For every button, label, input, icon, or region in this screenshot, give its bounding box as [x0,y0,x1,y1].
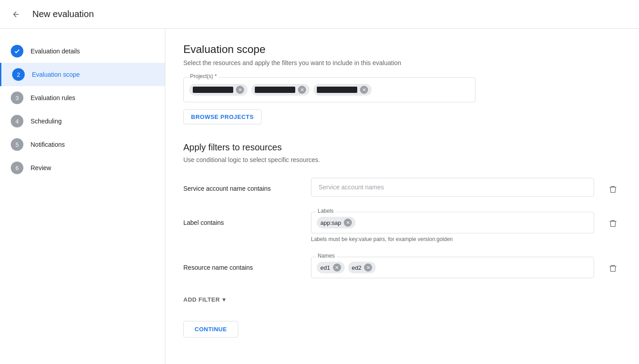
step-label-5: Notifications [31,141,65,148]
delete-filter-label-button[interactable] [605,215,621,232]
labels-field-label: Labels [316,208,335,214]
projects-field-label: Project(s) * [188,73,218,79]
step-circle-3: 3 [11,92,23,104]
filter-row-service-account: Service account name contains [183,178,621,197]
filter-input-area-label: Labels app:sap ✕ Labels must be key:valu… [311,212,594,242]
name-chip-ed1-remove[interactable]: ✕ [333,263,341,272]
sidebar-item-notifications[interactable]: 5 Notifications [0,133,165,156]
sidebar: Evaluation details 2 Evaluation scope 3 … [0,29,165,364]
scope-title: Evaluation scope [183,43,621,56]
step-label-2: Evaluation scope [32,71,80,78]
sidebar-item-review[interactable]: 6 Review [0,156,165,180]
filter-row-resource-name: Resource name contains Names ed1 ✕ ed2 ✕ [183,257,621,278]
app-header: New evaluation [0,0,639,29]
project-chip-1: ✕ [189,84,248,96]
name-chip-ed2: ed2 ✕ [348,262,376,273]
sidebar-item-evaluation-rules[interactable]: 3 Evaluation rules [0,86,165,110]
step-circle-2: 2 [12,68,25,81]
project-chip-1-value [193,87,233,93]
sidebar-item-evaluation-scope[interactable]: 2 Evaluation scope [0,63,165,86]
step-circle-6: 6 [11,162,23,174]
labels-field-hint: Labels must be key:value pairs, for exam… [311,236,594,242]
back-button[interactable] [7,5,25,23]
step-label-3: Evaluation rules [31,94,75,101]
name-chip-ed2-text: ed2 [352,264,362,271]
filter-label-resource-name: Resource name contains [183,257,300,271]
label-chip-app-sap: app:sap ✕ [317,217,355,228]
step-label-1: Evaluation details [31,48,80,55]
scope-subtitle: Select the resources and apply the filte… [183,59,621,66]
delete-filter-resource-name-button[interactable] [605,260,621,276]
filters-title: Apply filters to resources [183,142,621,153]
filter-label-service-account: Service account name contains [183,178,300,192]
browse-projects-button[interactable]: BROWSE PROJECTS [183,110,262,124]
project-chip-3-remove[interactable]: ✕ [360,86,368,94]
project-chip-2-remove[interactable]: ✕ [298,86,306,94]
delete-filter-service-account-button[interactable] [605,181,621,197]
add-filter-button[interactable]: ADD FILTER ▾ [183,293,226,307]
step-label-6: Review [31,164,51,171]
projects-field[interactable]: Project(s) * ✕ ✕ ✕ [183,77,475,102]
name-chip-ed1-text: ed1 [320,264,330,271]
service-account-names-input[interactable] [311,178,594,197]
step-circle-1 [11,45,23,57]
step-circle-5: 5 [11,138,23,151]
project-chip-3-value [317,87,357,93]
filter-row-label: Label contains Labels app:sap ✕ Labels m… [183,212,621,242]
sidebar-item-evaluation-details[interactable]: Evaluation details [0,39,165,63]
filter-label-label: Label contains [183,212,300,226]
filters-section: Apply filters to resources Use condition… [183,142,621,338]
continue-button[interactable]: CONTINUE [183,321,238,338]
name-chip-ed2-remove[interactable]: ✕ [364,263,372,272]
names-chips-field[interactable]: Names ed1 ✕ ed2 ✕ [311,257,594,278]
name-chip-ed1: ed1 ✕ [317,262,345,273]
names-field-label: Names [316,253,337,259]
step-circle-4: 4 [11,115,23,127]
sidebar-item-scheduling[interactable]: 4 Scheduling [0,110,165,133]
main-layout: Evaluation details 2 Evaluation scope 3 … [0,29,639,364]
labels-chips-field[interactable]: Labels app:sap ✕ [311,212,594,233]
add-filter-label: ADD FILTER [183,296,220,303]
filters-subtitle: Use conditional logic to select specific… [183,156,621,163]
filter-input-area-service-account [311,178,594,197]
main-content: Evaluation scope Select the resources an… [165,29,639,364]
filter-input-area-resource-name: Names ed1 ✕ ed2 ✕ [311,257,594,278]
label-chip-app-sap-remove[interactable]: ✕ [344,219,352,227]
page-title: New evaluation [32,9,94,19]
project-chip-3: ✕ [313,84,372,96]
project-chip-2-value [255,87,295,93]
label-chip-app-sap-text: app:sap [320,219,341,226]
project-chip-1-remove[interactable]: ✕ [236,86,244,94]
project-chip-2: ✕ [251,84,310,96]
add-filter-dropdown-icon: ▾ [222,296,226,303]
step-label-4: Scheduling [31,118,62,125]
